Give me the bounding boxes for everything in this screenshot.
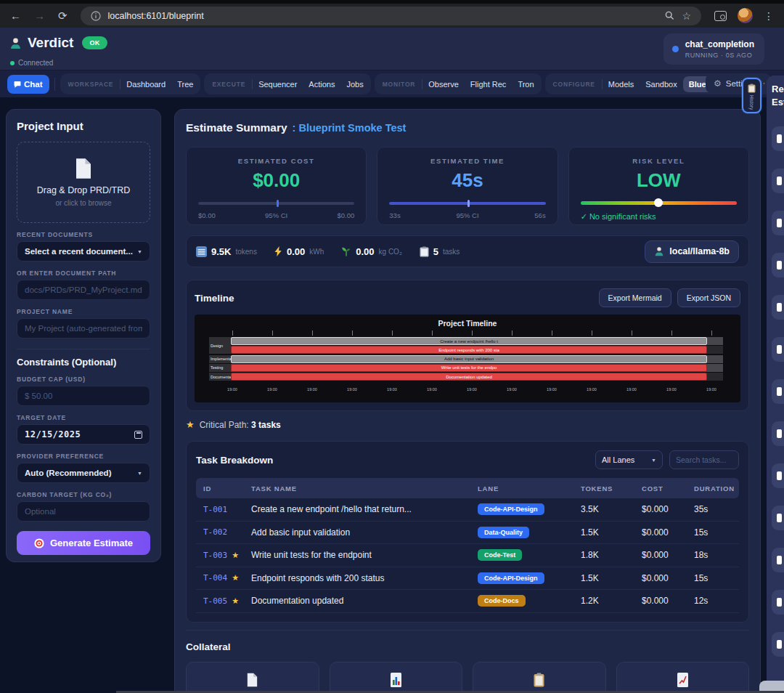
task-name: Documentation updated [251,596,478,606]
file-dropzone[interactable]: Drag & Drop PRD/TRD or click to browse [17,142,150,223]
gantt-bar: Add basic input validation [231,355,707,363]
job-status-card[interactable]: chat_completion RUNNING · 0S AGO [663,33,764,65]
target-date-input[interactable]: 12/15/2025 [17,424,150,445]
drawer-item[interactable] [772,253,784,277]
lane-filter-select[interactable]: All Lanes▼ [595,450,663,469]
nav-item-flight-rec[interactable]: Flight Rec [465,76,513,92]
calendar-icon [134,431,142,439]
provider-select[interactable]: Auto (Recommended)▼ [17,463,150,483]
nav-item-observe[interactable]: Observe [422,76,465,92]
nav-item-actions[interactable]: Actions [303,76,340,92]
carbon-target-label: CARBON TARGET (KG CO₂) [17,491,150,498]
drawer-item[interactable] [772,379,784,404]
gantt-bar-critical: Endpoint responds with 200 sta [231,346,707,354]
export-mermaid-button[interactable]: Export Mermaid [599,288,671,307]
forward-button[interactable]: → [34,10,45,21]
nav-item-jobs[interactable]: Jobs [340,76,369,92]
bolt-icon [274,246,282,256]
address-bar[interactable]: localhost:6101/blueprint ☆ [81,7,701,25]
chevron-down-icon: ▼ [651,458,656,463]
provider-label: PROVIDER PREFERENCE [17,453,150,460]
nav-item-dashboard[interactable]: Dashboard [121,76,171,92]
clipboard-icon [534,673,544,687]
history-clipboard-icon [748,84,756,93]
recent-documents-select[interactable]: Select a recent document...▼ [17,241,150,262]
table-row[interactable]: T-005★ Documentation updated Code-Docs 1… [196,590,739,613]
job-running-dot [672,46,679,52]
estimated-cost-card: ESTIMATED COST $0.00 $0.0095% CI$0.00 [186,147,367,225]
drawer-item[interactable] [772,463,784,488]
target-icon [34,538,44,548]
collateral-tile[interactable]: Task Packs [186,662,319,693]
chat-icon [14,81,21,88]
gantt-chart: Project Timeline Design Implementation T… [195,315,740,402]
chart-up-icon [677,673,689,687]
profile-avatar[interactable] [738,8,753,23]
task-id[interactable]: T-002 [203,527,251,537]
collateral-tile[interactable]: Run Charts [330,662,463,693]
project-name-input[interactable] [17,318,150,339]
site-info-icon[interactable] [91,11,101,21]
collateral-tile[interactable]: Cost Trends [616,662,750,693]
drawer-item[interactable] [772,548,784,572]
model-badge[interactable]: local/llama-8b [645,240,739,263]
nav-item-sandbox[interactable]: Sandbox [640,76,682,92]
carbon-target-input[interactable] [17,501,150,522]
task-id[interactable]: T-004★ [203,573,251,583]
table-row[interactable]: T-004★ Endpoint responds with 200 status… [196,567,739,591]
reload-button[interactable]: ⟳ [58,10,68,21]
drawer-item[interactable] [772,506,784,530]
target-date-label: TARGET DATE [17,414,150,421]
drawer-item[interactable] [772,590,784,615]
drawer-item[interactable] [772,126,784,151]
drawer-item[interactable] [772,169,784,193]
export-json-button[interactable]: Export JSON [677,288,740,307]
back-button[interactable]: ← [10,10,21,21]
collateral-tile[interactable]: Runbook [473,662,606,693]
table-row[interactable]: T-001 Create a new endpoint /hello that … [196,498,739,522]
url-text[interactable]: localhost:6101/blueprint [108,11,204,21]
chat-button[interactable]: Chat [7,75,49,94]
estimate-main-panel: Estimate Summary : Blueprint Smoke Test … [174,109,761,693]
task-name: Create a new endpoint /hello that return… [251,504,478,514]
sidebar-title: Project Input [17,120,150,132]
risk-note: ✓ No significant risks [581,212,737,222]
gantt-bar-critical: Documentation updated [231,373,707,381]
table-row[interactable]: T-003★ Write unit tests for the endpoint… [196,544,739,567]
tasks-stat: 5tasks [420,246,460,257]
nav-item-sequencer[interactable]: Sequencer [253,76,303,92]
document-path-input[interactable] [17,280,150,300]
page-subtitle: : Blueprint Smoke Test [293,122,407,134]
task-name: Add basic input validation [251,527,478,538]
budget-cap-input[interactable] [17,386,150,406]
history-tab[interactable]: History [742,78,761,113]
drawer-item[interactable] [772,295,784,320]
nav-item-models[interactable]: Models [603,76,640,92]
drawer-item[interactable] [772,632,784,657]
bookmark-star-icon[interactable]: ☆ [682,10,691,22]
time-ci-slider [389,202,545,205]
collateral-title: Collateral [186,641,749,652]
search-icon[interactable] [665,11,674,20]
status-badge: OK [82,36,107,49]
tab-search-icon[interactable] [714,11,727,21]
task-id[interactable]: T-001 [203,505,251,514]
budget-cap-label: BUDGET CAP (USD) [17,376,150,383]
recent-documents-label: RECENT DOCUMENTS [17,231,150,238]
task-search-input[interactable] [669,450,739,469]
browser-menu-icon[interactable]: ⋮ [764,10,774,22]
table-row[interactable]: T-002 Add basic input validation Data-Qu… [196,522,739,545]
nav-item-tron[interactable]: Tron [512,76,539,92]
drawer-item[interactable] [772,421,784,446]
nav-group-execute: EXECUTE Sequencer Actions Jobs [204,73,370,94]
clipboard-icon [420,246,429,257]
task-id[interactable]: T-003★ [203,551,251,560]
timeline-card: Timeline Export Mermaid Export JSON Proj… [186,280,749,411]
nav-item-tree[interactable]: Tree [171,76,199,92]
task-id[interactable]: T-005★ [203,596,251,606]
generate-estimate-button[interactable]: Generate Estimate [17,531,150,555]
estimated-time-card: ESTIMATED TIME 45s 33s95% CI56s [377,147,558,225]
drawer-item[interactable] [772,337,784,362]
timeline-title: Timeline [195,293,234,304]
drawer-item[interactable] [772,211,784,235]
